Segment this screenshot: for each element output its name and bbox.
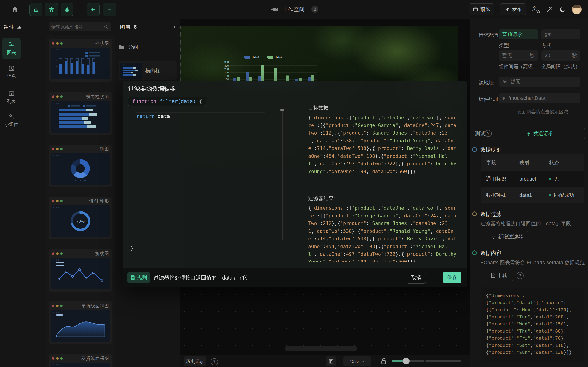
- fish-logo-icon: [270, 6, 279, 13]
- send-request-button[interactable]: 发送请求: [496, 128, 585, 139]
- data-content-json[interactable]: {"dimensions":["product","data1"],"sourc…: [481, 288, 584, 361]
- layer-item-thumbnail: [120, 63, 142, 79]
- code-editor-line[interactable]: return data: [137, 113, 265, 120]
- workspace-title[interactable]: 工作空间 -: [283, 6, 308, 13]
- table-row: 通用标识product无: [481, 171, 584, 187]
- window-dot: [52, 252, 54, 255]
- window-dot: [52, 42, 54, 45]
- avatar[interactable]: [572, 5, 582, 14]
- sidebar-item-charts[interactable]: 图表: [2, 38, 21, 59]
- window-dot: [60, 42, 63, 45]
- sidebar-item-widgets[interactable]: 小组件: [2, 110, 21, 130]
- component-interval-input[interactable]: 暂无秒: [499, 50, 538, 60]
- card-header: 单折线面积图: [49, 301, 112, 310]
- component-card-thumbnail: [51, 258, 110, 290]
- sidebar-item-list[interactable]: 列表: [2, 88, 21, 107]
- info-icon: A: [9, 65, 15, 71]
- zoom-slider-track[interactable]: [392, 360, 461, 362]
- component-card-thumbnail: [51, 363, 110, 367]
- table-row: 数据项-1data1匹配成功: [481, 187, 584, 203]
- layers-title: 图层: [120, 23, 130, 31]
- window-dot: [60, 357, 63, 360]
- home-icon: [11, 6, 18, 13]
- zoom-select[interactable]: 42%: [343, 357, 371, 366]
- component-card-area[interactable]: 单折线面积图: [49, 301, 112, 344]
- add-filter-button[interactable]: 新增过滤器: [486, 231, 528, 242]
- component-card-thumbnail: [51, 310, 110, 342]
- target-data-json[interactable]: {"dimensions":["product","dataOne","data…: [308, 114, 459, 175]
- download-help-icon[interactable]: ?: [517, 272, 524, 279]
- component-card-line[interactable]: 折线图: [49, 249, 112, 292]
- cancel-button[interactable]: 取消: [406, 272, 426, 284]
- component-address-label: 组件地址: [479, 96, 499, 103]
- data-mapping-table: 字段映射状态通用标识product无数据项-1data1匹配成功: [481, 154, 584, 203]
- layers-panel-button[interactable]: [45, 3, 58, 16]
- method-label: 方式: [541, 42, 552, 49]
- zoom-lock-button[interactable]: [380, 357, 387, 365]
- source-address-input[interactable]: 暂无: [499, 77, 580, 87]
- component-card-bar[interactable]: 柱状图: [49, 39, 112, 82]
- zoom-slider-handle[interactable]: [403, 358, 409, 365]
- chart-list-toggle-button[interactable]: [326, 357, 336, 366]
- collapse-layer-panel-icon[interactable]: ‹: [173, 23, 176, 30]
- arrow-right-icon: [107, 7, 112, 12]
- data-mapping-title: 数据映射: [480, 146, 502, 153]
- component-search-input[interactable]: 请输入组件名称: [49, 22, 111, 31]
- request-type-select[interactable]: 普通请求: [499, 29, 538, 40]
- component-card-title: 饼图: [100, 146, 109, 152]
- publish-button[interactable]: 发布: [500, 3, 526, 15]
- home-button[interactable]: [9, 4, 21, 15]
- code-function-signature: function filter(data) {: [128, 97, 206, 106]
- download-button[interactable]: 下载: [485, 269, 513, 281]
- card-header: 双折线面积图: [49, 354, 112, 363]
- global-interval-input[interactable]: 30秒: [541, 50, 580, 60]
- theme-toggle-button[interactable]: [559, 6, 566, 13]
- component-card-title: 单折线面积图: [81, 303, 109, 309]
- save-button[interactable]: 保存: [443, 272, 461, 283]
- arrow-left-icon: [90, 7, 96, 12]
- component-address-input[interactable]: /mock/chartData: [499, 93, 580, 103]
- code-scrollbar-thumb[interactable]: [280, 109, 284, 110]
- card-header: 饼图: [49, 144, 112, 153]
- component-nav-column: 图表A信息列表小组件: [0, 35, 23, 367]
- component-card-area2[interactable]: 双折线面积图: [49, 354, 112, 367]
- charts-panel-button[interactable]: [29, 3, 42, 16]
- component-card-thumbnail: [51, 48, 110, 79]
- component-card-thumbnail: [51, 101, 110, 133]
- language-toggle-button[interactable]: 文 A: [532, 5, 540, 14]
- component-card-hbar[interactable]: 横向柱状图: [49, 92, 112, 135]
- layer-item[interactable]: 横向柱...: [119, 61, 177, 80]
- request-config-label: 请求配置: [479, 32, 499, 39]
- history-button[interactable]: 历史记录: [184, 357, 206, 366]
- help-icon[interactable]: ?: [211, 358, 218, 365]
- card-header: 饼图-环形: [49, 197, 112, 205]
- component-card-thumbnail: 70%: [51, 205, 110, 237]
- sidebar-item-info[interactable]: A信息: [2, 62, 21, 82]
- svg-text:data1: data1: [252, 56, 259, 59]
- svg-text:300: 300: [225, 64, 229, 67]
- undo-button[interactable]: [87, 3, 100, 16]
- filter-result-json[interactable]: {"dimensions":["product","dataOne","data…: [308, 204, 459, 262]
- layer-group-item[interactable]: 分组: [119, 42, 177, 52]
- window-dot: [52, 95, 54, 98]
- zoom-slider-detent: [424, 360, 426, 362]
- preview-button[interactable]: 预览: [468, 3, 494, 15]
- request-method-select[interactable]: get: [541, 29, 580, 40]
- component-card-ring[interactable]: 饼图-环形70%: [49, 197, 112, 239]
- test-label: 测试: [475, 130, 485, 137]
- test-help-icon[interactable]: ?: [485, 130, 492, 137]
- horizontal-scrollbar[interactable]: [285, 346, 357, 351]
- download-doc-icon: [491, 273, 495, 278]
- redo-button[interactable]: [103, 3, 116, 16]
- window-dot: [52, 148, 54, 150]
- widgets-icon: [9, 114, 15, 119]
- status-dot: [549, 194, 551, 196]
- guide-button[interactable]: [546, 6, 553, 13]
- component-interval-label: 组件间隔（高级）: [499, 63, 537, 70]
- code-scrollbar[interactable]: [282, 111, 283, 240]
- details-panel-button[interactable]: [61, 3, 73, 16]
- window-dot: [52, 357, 54, 360]
- timeline-node-filter: [472, 211, 477, 216]
- layer-item-label: 横向柱...: [145, 67, 164, 74]
- component-card-pie[interactable]: 饼图: [49, 144, 112, 187]
